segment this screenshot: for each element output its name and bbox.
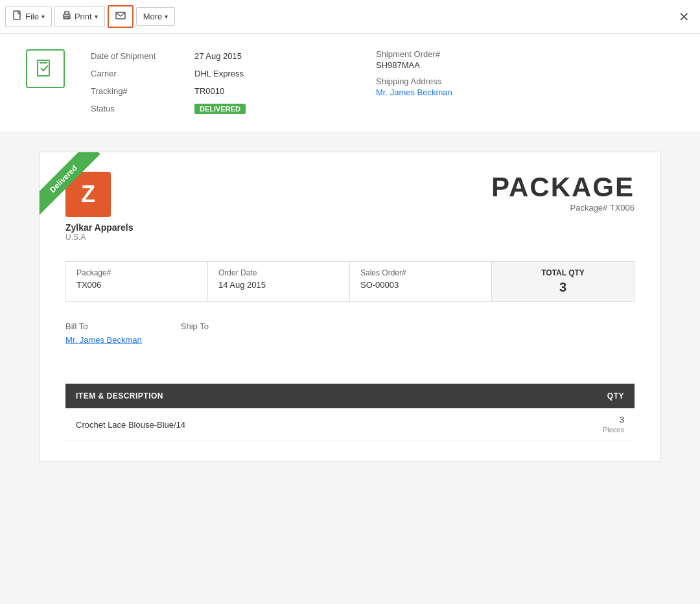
status-label: Status <box>91 102 194 116</box>
close-button[interactable]: ✕ <box>673 6 695 27</box>
ribbon-text: Delivered <box>40 152 100 216</box>
sales-order-label: Sales Order# <box>360 268 481 277</box>
delivered-ribbon: Delivered <box>40 152 111 224</box>
print-icon <box>62 10 72 23</box>
bill-to-label: Bill To <box>65 321 142 331</box>
company-name: Zylkar Apparels <box>65 222 134 233</box>
shipment-order-value: SH987MAA <box>376 60 452 70</box>
item-description-header: ITEM & DESCRIPTION <box>65 384 495 408</box>
package-num-cell: Package# TX006 <box>66 262 208 301</box>
address-section: Bill To Mr. James Beckman Ship To <box>65 321 635 358</box>
status-badge: DELIVERED <box>194 104 246 114</box>
ship-to-block: Ship To <box>181 321 209 345</box>
table-row: Crochet Lace Blouse-Blue/143Pieces <box>65 408 635 441</box>
more-label: More <box>143 12 163 21</box>
ship-to-label: Ship To <box>181 321 209 331</box>
close-icon: ✕ <box>679 10 690 24</box>
tracking-value: TR0010 <box>194 84 324 98</box>
qty-header: QTY <box>495 384 635 408</box>
email-icon <box>115 10 126 23</box>
carrier-value: DHL Express <box>194 67 324 80</box>
order-info-grid: Package# TX006 Order Date 14 Aug 2015 Sa… <box>65 261 635 302</box>
file-label: File <box>25 12 39 21</box>
shipping-address-link[interactable]: Mr. James Beckman <box>376 87 452 97</box>
carrier-label: Carrier <box>91 67 194 80</box>
date-of-shipment-label: Date of Shipment <box>91 49 194 63</box>
print-caret-icon: ▾ <box>95 13 98 20</box>
tracking-label: Tracking# <box>91 84 194 98</box>
order-date-label: Order Date <box>218 268 339 277</box>
total-qty-value: 3 <box>502 280 624 295</box>
bill-to-name[interactable]: Mr. James Beckman <box>65 335 142 345</box>
email-button[interactable] <box>108 5 134 28</box>
qty-cell: 3Pieces <box>495 408 635 441</box>
file-button[interactable]: File ▾ <box>5 6 52 27</box>
package-num-value: TX006 <box>76 280 197 290</box>
more-caret-icon: ▾ <box>165 13 168 20</box>
unit-cell: Pieces <box>603 426 624 434</box>
bill-to-block: Bill To Mr. James Beckman <box>65 321 142 345</box>
item-description-cell: Crochet Lace Blouse-Blue/14 <box>65 408 495 441</box>
order-date-cell: Order Date 14 Aug 2015 <box>208 262 350 301</box>
main-content: Delivered Z Zylkar Apparels U.S.A PACKAG… <box>0 132 700 481</box>
package-card: Delivered Z Zylkar Apparels U.S.A PACKAG… <box>39 152 661 461</box>
print-button[interactable]: Print ▾ <box>54 6 105 27</box>
table-header-row: ITEM & DESCRIPTION QTY <box>65 384 635 408</box>
order-date-value: 14 Aug 2015 <box>218 280 339 290</box>
print-label: Print <box>75 12 92 21</box>
file-caret-icon: ▾ <box>41 13 45 20</box>
package-title-section: PACKAGE Package# TX006 <box>491 172 635 213</box>
status-value: DELIVERED <box>194 102 324 116</box>
shipping-address-label: Shipping Address <box>376 76 452 86</box>
svg-rect-2 <box>65 16 69 18</box>
company-country: U.S.A <box>65 233 134 242</box>
sales-order-value: SO-00003 <box>360 280 481 290</box>
file-icon <box>12 10 23 23</box>
items-table: ITEM & DESCRIPTION QTY Crochet Lace Blou… <box>65 384 635 441</box>
header-info: Date of Shipment 27 Aug 2015 Carrier DHL… <box>0 34 700 132</box>
sales-order-cell: Sales Order# SO-00003 <box>350 262 492 301</box>
total-qty-label: TOTAL QTY <box>502 268 624 277</box>
shipment-icon <box>26 49 65 88</box>
date-of-shipment-value: 27 Aug 2015 <box>194 49 324 63</box>
toolbar: File ▾ Print ▾ More ▾ ✕ <box>0 0 700 34</box>
more-button[interactable]: More ▾ <box>136 7 176 26</box>
company-section: Z Zylkar Apparels U.S.A PACKAGE Package#… <box>65 172 635 242</box>
package-num-label: Package# <box>76 268 197 277</box>
package-number: Package# TX006 <box>491 203 635 213</box>
package-title: PACKAGE <box>491 172 635 203</box>
shipment-order-label: Shipment Order# <box>376 49 452 59</box>
total-qty-cell: TOTAL QTY 3 <box>492 262 634 301</box>
svg-rect-0 <box>14 11 20 19</box>
shipment-details: Date of Shipment 27 Aug 2015 Carrier DHL… <box>91 49 324 116</box>
shipment-order-section: Shipment Order# SH987MAA Shipping Addres… <box>376 49 452 97</box>
